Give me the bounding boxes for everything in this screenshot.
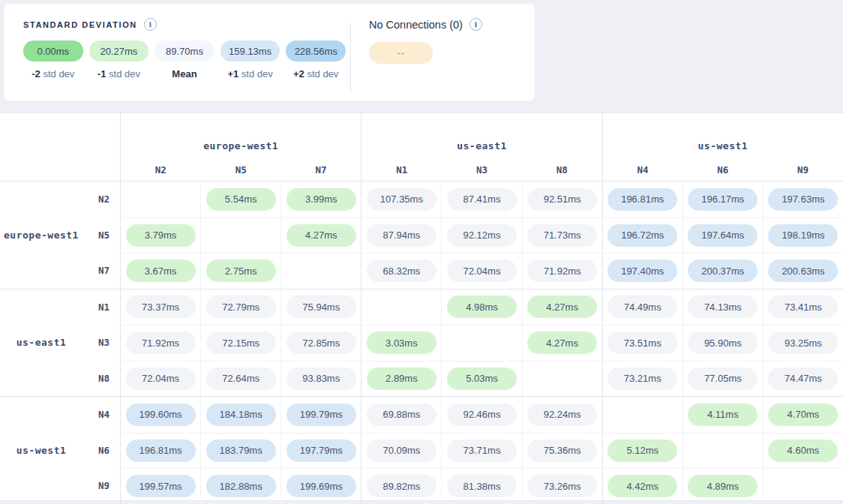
latency-cell[interactable]: 73.26ms xyxy=(522,468,602,504)
latency-cell[interactable]: 197.63ms xyxy=(763,182,843,218)
latency-value-pill[interactable]: 3.67ms xyxy=(126,260,196,282)
latency-value-pill[interactable]: 73.26ms xyxy=(527,475,597,497)
latency-value-pill[interactable]: 73.41ms xyxy=(768,296,838,318)
latency-value-pill[interactable]: 72.79ms xyxy=(206,296,276,318)
latency-value-pill[interactable]: 4.27ms xyxy=(527,332,597,354)
latency-cell[interactable]: 197.79ms xyxy=(280,433,361,469)
latency-cell[interactable]: 71.92ms xyxy=(120,325,200,361)
latency-value-pill[interactable]: 92.24ms xyxy=(527,404,597,426)
latency-value-pill[interactable]: 197.63ms xyxy=(768,188,838,211)
latency-value-pill[interactable]: 199.79ms xyxy=(286,404,356,426)
latency-cell[interactable]: 199.69ms xyxy=(280,468,361,504)
latency-value-pill[interactable]: 196.17ms xyxy=(688,188,758,211)
latency-cell[interactable]: 4.98ms xyxy=(441,290,521,326)
latency-value-pill[interactable]: 5.12ms xyxy=(608,440,677,462)
latency-value-pill[interactable]: 4.11ms xyxy=(688,404,758,426)
latency-value-pill[interactable]: 81.38ms xyxy=(447,475,517,497)
latency-cell[interactable]: 196.17ms xyxy=(682,182,763,218)
latency-value-pill[interactable]: 72.15ms xyxy=(206,332,276,354)
latency-cell[interactable]: 183.79ms xyxy=(200,433,280,469)
latency-value-pill[interactable]: 3.79ms xyxy=(126,224,196,247)
latency-cell[interactable]: 73.71ms xyxy=(441,433,521,469)
latency-value-pill[interactable]: 71.92ms xyxy=(527,260,597,282)
latency-cell[interactable]: 72.79ms xyxy=(200,290,280,326)
latency-value-pill[interactable]: 199.69ms xyxy=(286,475,356,497)
latency-value-pill[interactable]: 72.04ms xyxy=(126,368,196,390)
latency-cell[interactable]: 184.18ms xyxy=(200,397,280,433)
latency-cell[interactable]: 4.42ms xyxy=(602,468,682,504)
latency-value-pill[interactable]: 4.98ms xyxy=(447,296,517,318)
latency-value-pill[interactable]: 197.79ms xyxy=(286,440,356,462)
latency-cell[interactable]: 4.60ms xyxy=(763,433,843,469)
latency-value-pill[interactable]: 69.88ms xyxy=(367,404,436,426)
latency-cell[interactable]: 3.03ms xyxy=(361,325,441,361)
latency-cell[interactable]: 107.35ms xyxy=(361,182,441,218)
latency-cell[interactable]: 71.92ms xyxy=(522,253,602,289)
latency-cell[interactable]: 92.24ms xyxy=(522,397,602,433)
latency-value-pill[interactable]: 4.42ms xyxy=(608,475,677,497)
latency-value-pill[interactable]: 93.83ms xyxy=(286,368,356,390)
latency-value-pill[interactable]: 71.73ms xyxy=(527,224,597,247)
latency-cell[interactable]: 4.89ms xyxy=(682,468,763,504)
latency-cell[interactable]: 73.37ms xyxy=(120,290,200,326)
latency-cell[interactable]: 199.60ms xyxy=(120,397,200,433)
latency-value-pill[interactable]: 4.89ms xyxy=(688,475,758,497)
latency-cell[interactable]: 196.72ms xyxy=(602,218,682,254)
latency-cell[interactable]: 73.21ms xyxy=(602,361,682,397)
latency-cell[interactable]: 4.70ms xyxy=(763,397,843,433)
latency-cell[interactable]: 196.81ms xyxy=(602,182,682,218)
latency-value-pill[interactable]: 2.75ms xyxy=(206,260,276,282)
latency-cell[interactable]: 72.85ms xyxy=(280,325,361,361)
latency-cell[interactable]: 92.46ms xyxy=(441,397,521,433)
latency-cell[interactable]: 196.81ms xyxy=(120,433,200,469)
latency-cell[interactable]: 75.94ms xyxy=(280,290,361,326)
latency-value-pill[interactable]: 196.81ms xyxy=(608,188,677,211)
latency-cell[interactable]: 2.89ms xyxy=(361,361,441,397)
latency-value-pill[interactable]: 95.90ms xyxy=(688,332,758,354)
latency-cell[interactable]: 4.11ms xyxy=(682,397,763,433)
latency-value-pill[interactable]: 107.35ms xyxy=(367,188,436,211)
latency-cell[interactable]: 200.63ms xyxy=(763,253,843,289)
latency-value-pill[interactable]: 75.94ms xyxy=(286,296,356,318)
latency-cell[interactable]: 87.94ms xyxy=(361,218,441,254)
latency-cell[interactable]: 89.82ms xyxy=(361,468,441,504)
latency-value-pill[interactable]: 199.57ms xyxy=(126,475,196,497)
latency-value-pill[interactable]: 72.04ms xyxy=(447,260,517,282)
latency-cell[interactable]: 5.12ms xyxy=(602,433,682,469)
latency-cell[interactable]: 198.19ms xyxy=(763,218,843,254)
latency-value-pill[interactable]: 73.71ms xyxy=(447,440,517,462)
latency-value-pill[interactable]: 92.51ms xyxy=(527,188,597,211)
latency-cell[interactable]: 74.13ms xyxy=(682,290,763,326)
latency-cell[interactable]: 72.04ms xyxy=(441,253,521,289)
latency-cell[interactable]: 74.49ms xyxy=(602,290,682,326)
latency-value-pill[interactable]: 87.41ms xyxy=(447,188,517,211)
latency-value-pill[interactable]: 196.81ms xyxy=(126,440,196,462)
latency-value-pill[interactable]: 92.46ms xyxy=(447,404,517,426)
latency-cell[interactable]: 4.27ms xyxy=(522,290,602,326)
latency-value-pill[interactable]: 74.49ms xyxy=(608,296,677,318)
latency-value-pill[interactable]: 197.64ms xyxy=(688,224,758,247)
latency-value-pill[interactable]: 200.37ms xyxy=(688,260,758,282)
latency-value-pill[interactable]: 73.21ms xyxy=(608,368,677,390)
latency-cell[interactable]: 72.04ms xyxy=(120,361,200,397)
latency-cell[interactable]: 81.38ms xyxy=(441,468,521,504)
latency-value-pill[interactable]: 68.32ms xyxy=(367,260,436,282)
latency-cell[interactable]: 77.05ms xyxy=(682,361,763,397)
latency-cell[interactable]: 92.51ms xyxy=(522,182,602,218)
latency-cell[interactable]: 72.15ms xyxy=(200,325,280,361)
latency-value-pill[interactable]: 77.05ms xyxy=(688,368,758,390)
latency-value-pill[interactable]: 4.60ms xyxy=(768,440,838,462)
latency-value-pill[interactable]: 71.92ms xyxy=(126,332,196,354)
latency-cell[interactable]: 87.41ms xyxy=(441,182,521,218)
latency-cell[interactable]: 3.67ms xyxy=(120,253,200,289)
latency-cell[interactable]: 197.40ms xyxy=(602,253,682,289)
latency-cell[interactable]: 4.27ms xyxy=(522,325,602,361)
latency-value-pill[interactable]: 198.19ms xyxy=(768,224,838,247)
latency-value-pill[interactable]: 183.79ms xyxy=(206,440,276,462)
latency-value-pill[interactable]: 3.03ms xyxy=(367,332,436,354)
latency-value-pill[interactable]: 4.27ms xyxy=(286,224,356,247)
latency-cell[interactable]: 71.73ms xyxy=(522,218,602,254)
latency-value-pill[interactable]: 75.36ms xyxy=(527,440,597,462)
latency-value-pill[interactable]: 199.60ms xyxy=(126,404,196,426)
latency-value-pill[interactable]: 93.25ms xyxy=(768,332,838,354)
